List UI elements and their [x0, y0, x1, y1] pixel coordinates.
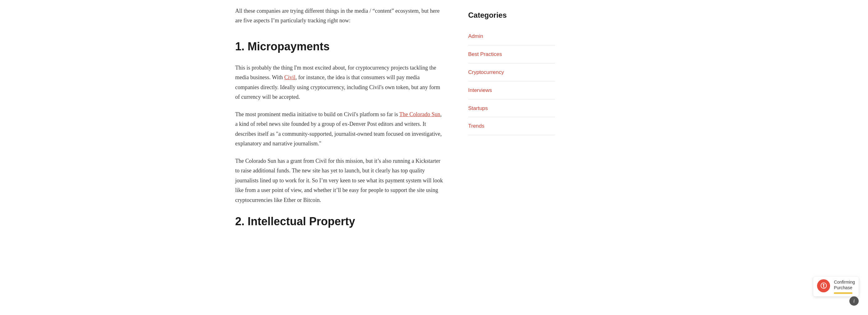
colorado-sun-link[interactable]: The Colorado Sun — [399, 111, 440, 118]
section1-heading: 1. Micropayments — [235, 38, 443, 56]
sidebar: Categories AdminBest PracticesCryptocurr… — [468, 6, 555, 238]
civil-link[interactable]: Civil — [284, 74, 296, 81]
sidebar-category-link-interviews[interactable]: Interviews — [468, 87, 492, 93]
section1-paragraph1: This is probably the thing I'm most exci… — [235, 63, 443, 102]
sidebar-category-link-cryptocurrency[interactable]: Cryptocurrency — [468, 69, 504, 75]
sidebar-category-item-cryptocurrency: Cryptocurrency — [468, 63, 555, 82]
sidebar-category-item-trends: Trends — [468, 117, 555, 135]
sidebar-category-item-startups: Startups — [468, 99, 555, 118]
section2-heading: 2. Intellectual Property — [235, 213, 443, 230]
sidebar-category-item-best-practices: Best Practices — [468, 45, 555, 63]
section1-paragraph3: The Colorado Sun has a grant from Civil … — [235, 156, 443, 206]
sidebar-category-link-best-practices[interactable]: Best Practices — [468, 51, 502, 57]
main-content: All these companies are trying different… — [235, 6, 468, 238]
sidebar-category-link-startups[interactable]: Startups — [468, 105, 488, 111]
sidebar-category-link-admin[interactable]: Admin — [468, 33, 483, 39]
section1-paragraph2: The most prominent media initiative to b… — [235, 109, 443, 149]
sidebar-title: Categories — [468, 9, 555, 21]
intro-paragraph: All these companies are trying different… — [235, 6, 443, 25]
sidebar-category-item-admin: Admin — [468, 27, 555, 45]
sidebar-category-link-trends[interactable]: Trends — [468, 123, 484, 129]
category-list: AdminBest PracticesCryptocurrencyIntervi… — [468, 27, 555, 135]
sidebar-category-item-interviews: Interviews — [468, 82, 555, 99]
